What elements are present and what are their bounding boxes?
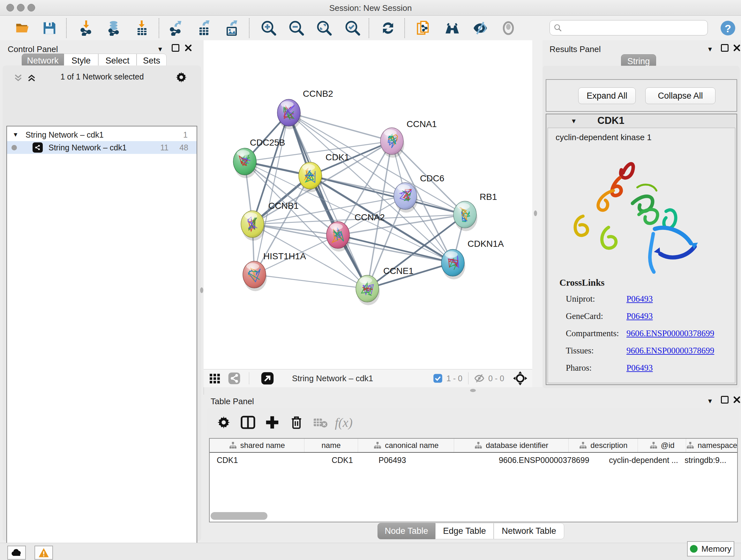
zoom-out-button[interactable] — [288, 20, 305, 36]
node-label: RB1 — [480, 192, 497, 202]
hidden-eye-icon — [474, 373, 485, 384]
col-database-identifier[interactable]: database identifier — [454, 439, 569, 452]
save-session-button[interactable] — [42, 20, 57, 36]
crosslink-value[interactable]: P06493 — [626, 294, 653, 304]
zoom-fit-button[interactable] — [316, 20, 332, 36]
tab-node-table[interactable]: Node Table — [378, 523, 435, 539]
gear-icon — [216, 415, 231, 430]
right-splitter-handle[interactable] — [534, 210, 537, 216]
export-network-file-button[interactable] — [168, 20, 184, 36]
network-node-CDC25B[interactable]: CDC25B — [233, 138, 285, 178]
close-panel-icon[interactable] — [185, 44, 192, 52]
export-table-file-button[interactable] — [196, 20, 212, 36]
network-node-CDKN1A[interactable]: CDKN1A — [441, 239, 504, 279]
float-table-panel-icon[interactable] — [721, 396, 729, 403]
gene-collapse-icon[interactable]: ▼ — [570, 118, 577, 125]
navigator-crosshair-icon[interactable] — [513, 371, 527, 385]
find-button[interactable] — [444, 20, 460, 36]
search-input[interactable] — [562, 23, 700, 33]
collapse-panel-icon[interactable]: ▼ — [157, 46, 163, 52]
cell-shared-name: CDK1 — [210, 455, 313, 465]
table-row[interactable]: CDK1 CDK1 P06493 9606.ENSP00000378699 cy… — [210, 453, 737, 468]
zoom-in-button[interactable] — [261, 20, 277, 36]
show-all-button[interactable] — [500, 20, 516, 36]
table-options-button[interactable] — [214, 413, 233, 432]
table-horizontal-scrollbar[interactable] — [211, 512, 267, 520]
import-network-database-button[interactable] — [106, 20, 122, 36]
network-edge[interactable] — [254, 113, 289, 274]
network-node-CCNE1[interactable]: CCNE1 — [356, 266, 414, 305]
float-panel-icon[interactable] — [172, 44, 179, 52]
export-image-button[interactable] — [224, 20, 240, 36]
expand-all-button[interactable]: Expand All — [578, 87, 636, 104]
apply-layout-button[interactable] — [380, 20, 396, 36]
float-results-icon[interactable] — [721, 44, 729, 52]
network-options-gear-icon[interactable] — [175, 71, 188, 84]
zoom-selected-button[interactable] — [345, 20, 360, 36]
col-description[interactable]: description — [569, 439, 638, 452]
network-edge[interactable] — [289, 113, 367, 289]
help-button[interactable]: ? — [720, 20, 736, 36]
left-splitter-handle[interactable] — [200, 287, 203, 293]
function-builder-button-disabled: f(x) — [334, 413, 354, 432]
show-columns-button[interactable] — [238, 413, 258, 432]
network-node-HIST1H1A[interactable]: HIST1H1A — [243, 251, 306, 291]
cell-description: cyclin-dependent ... — [602, 455, 677, 465]
close-results-icon[interactable] — [733, 44, 741, 52]
col-canonical-name[interactable]: canonical name — [358, 439, 454, 452]
col-namespace[interactable]: namespace — [686, 439, 737, 452]
tab-network-table[interactable]: Network Table — [494, 523, 564, 539]
node-label: CDK1 — [326, 152, 349, 162]
cell-name: CDK1 — [313, 455, 372, 465]
crosslink-row: Tissues: 9606.ENSP00000378699 — [566, 342, 732, 359]
bottom-splitter-handle[interactable] — [470, 389, 476, 392]
close-table-panel-icon[interactable] — [733, 396, 741, 403]
node-label: CCNA2 — [354, 212, 385, 222]
tab-edge-table[interactable]: Edge Table — [435, 523, 494, 539]
warnings-button[interactable] — [35, 546, 53, 560]
col-shared-name[interactable]: shared name — [210, 439, 305, 452]
clone-network-button[interactable] — [415, 20, 431, 36]
crosslink-row: Pharos: P06493 — [566, 359, 732, 376]
control-panel: Control Panel ▼ Network Style Select Set… — [0, 40, 204, 543]
network-row-selected[interactable]: String Network – cdk1 11 48 — [7, 141, 197, 154]
cloud-status-button[interactable] — [7, 546, 26, 560]
import-network-file-button[interactable] — [78, 20, 94, 36]
memory-button[interactable]: Memory — [687, 541, 734, 557]
network-collection-row[interactable]: ▼ String Network – cdk1 1 — [7, 128, 197, 141]
network-edge[interactable] — [253, 224, 338, 235]
collapse-all-button[interactable]: Collapse All — [645, 87, 716, 104]
share-view-icon[interactable] — [228, 372, 241, 385]
crosslink-value[interactable]: P06493 — [626, 311, 653, 321]
collapse-table-panel-icon[interactable]: ▼ — [707, 398, 713, 404]
column-label: description — [590, 441, 627, 450]
delete-column-button[interactable] — [286, 413, 307, 432]
selected-checkbox-icon[interactable] — [433, 374, 443, 383]
crosslink-value[interactable]: 9606.ENSP00000378699 — [626, 346, 714, 356]
crosslinks-list: Uniprot: P06493 GeneCard: P06493 Compart… — [566, 290, 732, 376]
col-at-id[interactable]: @id — [638, 439, 686, 452]
tree-expand-icon[interactable]: ▼ — [7, 131, 18, 138]
open-session-button[interactable] — [14, 20, 30, 36]
title-bar: Session: New Session — [0, 0, 741, 16]
crosslink-value[interactable]: P06493 — [626, 363, 653, 373]
network-canvas[interactable]: CCNB2CCNA1CDC25BCDK1CDC6RB1CCNB1CCNA2CDK… — [204, 40, 532, 369]
collapse-results-icon[interactable]: ▼ — [707, 46, 713, 52]
collapse-all-networks-icon[interactable] — [13, 73, 23, 83]
crosslink-value[interactable]: 9606.ENSP00000378699 — [626, 328, 714, 338]
node-label: CDC25B — [250, 138, 285, 147]
network-node-RB1[interactable]: RB1 — [454, 192, 497, 231]
import-table-file-button[interactable] — [134, 20, 150, 36]
network-edge[interactable] — [254, 274, 367, 289]
network-node-CCNA1[interactable]: CCNA1 — [381, 119, 437, 158]
memory-status-dot-icon — [690, 545, 697, 553]
hide-selected-button[interactable] — [472, 20, 488, 36]
network-edge[interactable] — [310, 141, 392, 176]
warning-icon — [38, 548, 49, 558]
open-in-new-window-icon[interactable] — [261, 372, 274, 385]
network-node-count: 11 — [160, 143, 169, 152]
col-name[interactable]: name — [305, 439, 358, 452]
create-column-button[interactable] — [262, 413, 282, 432]
grid-view-icon[interactable] — [209, 372, 221, 384]
toolbar-search[interactable] — [549, 20, 708, 36]
